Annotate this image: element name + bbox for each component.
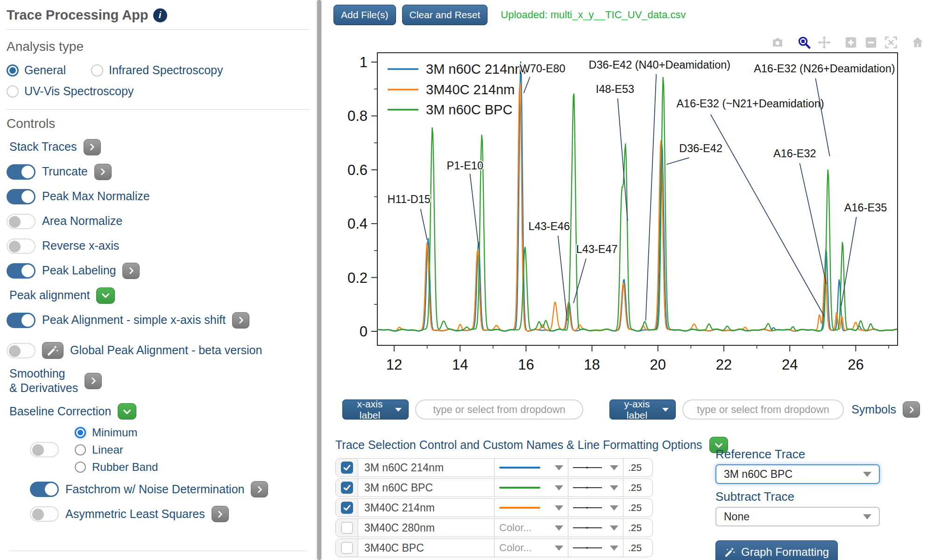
clear-reset-button[interactable]: Clear and Reset xyxy=(402,5,488,25)
graph-formatting-button[interactable]: Graph Formatting xyxy=(715,540,838,560)
peak-labeling-toggle[interactable] xyxy=(7,263,35,279)
trace-checkbox[interactable] xyxy=(341,482,353,494)
trace-checkbox-cell xyxy=(336,519,358,537)
linestyle-sample xyxy=(573,527,602,528)
radio-icon[interactable] xyxy=(7,64,19,77)
trace-linestyle-dropdown[interactable] xyxy=(568,519,623,537)
peak-annotation[interactable]: L43-E46 xyxy=(528,220,570,232)
divider xyxy=(7,109,310,110)
trace-name-cell[interactable]: 3M40C 280nm xyxy=(358,519,495,537)
baseline-method-rubber-band[interactable]: Rubber Band xyxy=(75,461,158,474)
trace-linewidth-cell[interactable]: .25 xyxy=(623,459,652,476)
asymmetric-least-squares-expand-button[interactable] xyxy=(212,506,229,522)
analysis-type-option-general[interactable]: General xyxy=(7,63,66,77)
scrollbar-thumb[interactable] xyxy=(317,0,321,560)
peak-annotation[interactable]: D36-E42 xyxy=(679,142,722,154)
peak-annotation[interactable]: L43-E47 xyxy=(576,243,618,255)
peak-alignment-label: Peak alignment xyxy=(9,288,90,302)
peak-alignment-simple-x-axis-shift-toggle[interactable] xyxy=(7,313,35,328)
analysis-type-option-uv-vis-spectroscopy[interactable]: UV-Vis Spectroscopy xyxy=(7,84,134,98)
trace-name-cell[interactable]: 3M n60C BPC xyxy=(358,479,495,497)
toggle-knob xyxy=(32,444,44,456)
truncate-toggle[interactable] xyxy=(7,164,35,180)
trace-linewidth-cell[interactable]: .25 xyxy=(623,479,652,497)
add-files-button[interactable]: Add File(s) xyxy=(333,5,396,25)
peak-max-normalize-toggle[interactable] xyxy=(7,189,35,204)
truncate-expand-button[interactable] xyxy=(94,164,112,180)
radio-icon[interactable] xyxy=(75,462,86,473)
area-normalize-toggle[interactable] xyxy=(7,214,35,229)
legend-label[interactable]: 3M40C 214nm xyxy=(426,82,515,97)
trace-linestyle-dropdown[interactable] xyxy=(568,499,623,517)
caret-down-icon xyxy=(610,546,618,551)
trace-color-dropdown[interactable] xyxy=(495,459,568,476)
radio-icon[interactable] xyxy=(75,444,86,455)
trace-checkbox[interactable] xyxy=(341,462,353,474)
fastchrom-w-noise-determination-expand-button[interactable] xyxy=(251,481,268,497)
stack-traces-label: Stack Traces xyxy=(9,140,77,154)
trace-color-dropdown[interactable] xyxy=(495,479,568,497)
legend-label[interactable]: 3M n60C BPC xyxy=(426,102,512,117)
radio-icon[interactable] xyxy=(91,64,103,77)
global-peak-alignment-beta-version-label: Global Peak Alignment - beta version xyxy=(70,343,262,357)
peak-labeling-expand-button[interactable] xyxy=(122,263,140,279)
baseline-method-linear[interactable]: Linear xyxy=(75,443,158,456)
fastchrom-w-noise-determination-toggle[interactable] xyxy=(30,482,59,497)
trace-name-cell[interactable]: 3M40C BPC xyxy=(358,539,495,557)
reference-trace-select[interactable]: 3M n60C BPC xyxy=(715,464,880,484)
trace-color-dropdown[interactable] xyxy=(495,499,568,517)
trace-table-header-row: Trace Selection Control and Custom Names… xyxy=(335,437,728,453)
trace-color-dropdown[interactable]: Color... xyxy=(495,539,568,557)
reverse-x-axis-toggle[interactable] xyxy=(7,238,35,254)
radio-icon[interactable] xyxy=(7,85,19,98)
legend-label[interactable]: 3M n60C 214nm xyxy=(426,62,526,77)
peak-annotation[interactable]: A16-E32 (N26+Deamidation) xyxy=(754,63,895,75)
baseline-extra-toggle[interactable] xyxy=(30,442,59,457)
caret-down-icon xyxy=(555,485,563,490)
stack-traces-expand-button[interactable] xyxy=(84,139,101,155)
control-baseline-correction: Baseline Correction xyxy=(9,403,310,420)
chromatogram-chart[interactable]: 121416182022242600.20.40.60.813M n60C 21… xyxy=(322,28,934,387)
trace-linewidth-cell[interactable]: .25 xyxy=(623,499,652,517)
peak-alignment-simple-x-axis-shift-expand-button[interactable] xyxy=(232,312,249,329)
trace-name-cell[interactable]: 3M40C 214nm xyxy=(358,499,495,517)
peak-annotation[interactable]: I48-E53 xyxy=(596,83,634,95)
linestyle-sample xyxy=(573,487,602,488)
trace-linestyle-dropdown[interactable] xyxy=(568,459,623,476)
peak-annotation[interactable]: D36-E42 (N40+Deamidation) xyxy=(588,59,730,71)
peak-annotation[interactable]: A16-E35 xyxy=(844,202,887,214)
peak-annotation[interactable]: A16-E32 (~N21+Deamidation) xyxy=(676,98,824,110)
symbols-label: Symbols xyxy=(851,403,896,416)
peak-annotation[interactable]: A16-E32 xyxy=(773,147,816,160)
baseline-method-minimum[interactable]: Minimum xyxy=(75,426,158,439)
trace-linestyle-dropdown[interactable] xyxy=(568,479,623,497)
global-peak-alignment-beta-version-toggle[interactable] xyxy=(7,343,35,358)
x-axis-label-dropdown-button[interactable]: x-axis label xyxy=(342,399,409,420)
analysis-type-option-infrared-spectroscopy[interactable]: Infrared Spectroscopy xyxy=(91,63,223,77)
trace-name-cell[interactable]: 3M n60C 214nm xyxy=(358,459,495,476)
peak-annotation[interactable]: W70-E80 xyxy=(520,63,566,75)
trace-checkbox[interactable] xyxy=(341,502,353,514)
peak-annotation[interactable]: P1-E10 xyxy=(447,160,483,172)
peak-annotation[interactable]: H11-D15 xyxy=(388,193,431,205)
peak-alignment-collapse-button[interactable] xyxy=(96,287,115,304)
asymmetric-least-squares-toggle[interactable] xyxy=(30,506,59,522)
x-axis-label-input[interactable] xyxy=(415,399,583,420)
wand-button[interactable] xyxy=(42,342,64,359)
trace-linewidth-cell[interactable]: .25 xyxy=(623,519,652,537)
trace-checkbox[interactable] xyxy=(341,542,353,554)
y-axis-label-input[interactable] xyxy=(682,399,844,420)
info-icon[interactable]: i xyxy=(153,8,167,22)
panel-divider-scrollbar[interactable] xyxy=(316,0,322,560)
symbols-expand-button[interactable] xyxy=(903,401,920,418)
subtract-trace-select[interactable]: None xyxy=(715,507,880,526)
reference-trace-value: 3M n60C BPC xyxy=(724,468,792,481)
smoothing-derivatives-expand-button[interactable] xyxy=(85,373,102,389)
trace-color-dropdown[interactable]: Color... xyxy=(495,519,568,537)
trace-linestyle-dropdown[interactable] xyxy=(568,539,623,557)
trace-linewidth-cell[interactable]: .25 xyxy=(623,539,652,557)
y-axis-label-dropdown-button[interactable]: y-axis label xyxy=(609,399,676,420)
radio-icon[interactable] xyxy=(75,427,86,438)
baseline-correction-collapse-button[interactable] xyxy=(118,403,136,420)
trace-checkbox[interactable] xyxy=(341,522,353,534)
